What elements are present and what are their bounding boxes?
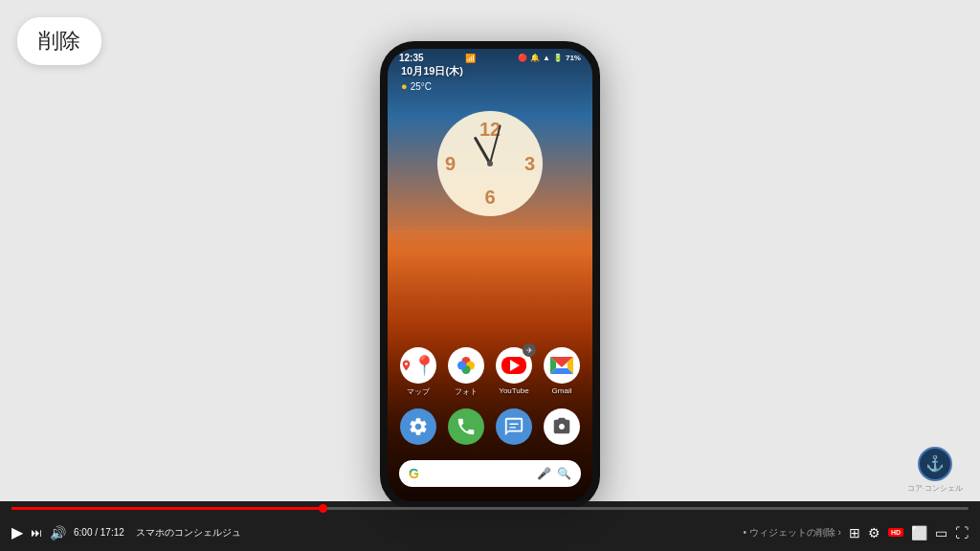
gmail-icon — [544, 347, 580, 384]
app-item-messages[interactable] — [496, 408, 532, 445]
volume-button[interactable]: 🔊 — [50, 525, 66, 540]
maps-label: マップ — [407, 386, 430, 397]
clock-9: 9 — [445, 153, 456, 175]
progress-bar[interactable] — [11, 507, 969, 510]
progress-dot — [319, 504, 327, 513]
fullscreen-icon[interactable]: ⛶ — [955, 525, 969, 540]
phone-icon — [448, 408, 484, 445]
petal-blue — [457, 362, 466, 370]
messages-icon — [496, 408, 532, 445]
app-item-maps[interactable]: マップ — [400, 347, 436, 397]
delete-badge: 削除 — [17, 17, 101, 65]
progress-fill — [11, 507, 327, 510]
miniplayer-icon[interactable]: ⬜ — [911, 525, 927, 540]
clock-6: 6 — [484, 187, 495, 209]
search-bar[interactable]: G 🎤 🔍 — [399, 460, 581, 487]
youtube-bg — [501, 357, 526, 374]
settings-icon — [400, 408, 436, 445]
notification-icon: 🔴 — [518, 54, 527, 62]
mute-icon: 🔔 — [530, 54, 540, 62]
youtube-icon: ✈ — [496, 347, 532, 384]
hd-badge: HD — [888, 528, 903, 537]
clock-3: 3 — [524, 153, 535, 175]
theater-icon[interactable]: ▭ — [935, 525, 947, 540]
clock-face: 12 3 6 9 — [437, 111, 543, 216]
clock-center — [487, 161, 493, 166]
clock-widget[interactable]: 12 3 6 9 — [437, 111, 543, 216]
status-signal-icon: 📶 — [465, 54, 476, 63]
temperature: 25°C — [411, 81, 432, 92]
maps-icon — [400, 347, 436, 384]
gmail-label: Gmail — [552, 386, 572, 395]
phone-frame: 12:35 📶 🔴 🔔 ▲ 🔋 71% 10月19日(木) ● 25°C 12 … — [380, 41, 600, 510]
photos-pinwheel — [456, 355, 477, 376]
google-g-icon: G — [409, 466, 419, 481]
photos-icon — [448, 347, 484, 384]
camera-icon — [544, 408, 580, 445]
subtitles-icon[interactable]: ⊞ — [849, 525, 860, 540]
mic-icon[interactable]: 🎤 — [537, 467, 551, 480]
status-time: 12:35 — [399, 53, 424, 63]
youtube-label: YouTube — [499, 386, 528, 395]
main-apps-row: マップ フォト — [400, 347, 580, 397]
phone-screen: 12:35 📶 🔴 🔔 ▲ 🔋 71% 10月19日(木) ● 25°C 12 … — [388, 49, 592, 502]
lens-icon[interactable]: 🔍 — [557, 467, 571, 480]
skip-button[interactable]: ⏭ — [31, 526, 42, 540]
battery-icon: 🔋 — [553, 54, 563, 62]
chapter-text: • ウィジェットの削除 › — [743, 526, 840, 540]
status-icons: 🔴 🔔 ▲ 🔋 71% — [518, 54, 581, 62]
dock-apps-row — [400, 408, 580, 445]
play-button[interactable]: ▶ — [11, 523, 23, 541]
app-item-photos[interactable]: フォト — [448, 347, 484, 397]
date-weather: 10月19日(木) ● 25°C — [401, 64, 463, 92]
youtube-play-triangle — [510, 360, 520, 371]
player-controls: ▶ ⏭ 🔊 6:00 / 17:12 スマホのコンシェルジュ • ウィジェットの… — [11, 514, 969, 551]
wifi-icon: ▲ — [543, 54, 550, 62]
app-item-youtube[interactable]: ✈ YouTube — [496, 347, 532, 397]
app-item-settings[interactable] — [400, 408, 436, 445]
sun-icon: ● — [401, 80, 408, 92]
app-item-camera[interactable] — [544, 408, 580, 445]
status-bar: 12:35 📶 🔴 🔔 ▲ 🔋 71% — [388, 49, 592, 67]
time-display: 6:00 / 17:12 — [74, 527, 124, 538]
app-item-phone[interactable] — [448, 408, 484, 445]
weather-text: ● 25°C — [401, 80, 463, 92]
watermark: ⚓ コア·コンシェル — [907, 447, 963, 494]
photos-label: フォト — [455, 386, 478, 397]
channel-name: スマホのコンシェルジュ — [136, 526, 734, 540]
right-controls: ⊞ ⚙ HD ⬜ ▭ ⛶ — [849, 525, 969, 540]
settings-icon-player[interactable]: ⚙ — [868, 525, 880, 540]
player-bar: ▶ ⏭ 🔊 6:00 / 17:12 スマホのコンシェルジュ • ウィジェットの… — [0, 501, 980, 551]
watermark-text: コア·コンシェル — [907, 484, 963, 494]
watermark-logo: ⚓ — [918, 447, 952, 481]
search-icons: 🎤 🔍 — [537, 467, 571, 480]
airplane-badge: ✈ — [523, 343, 536, 357]
battery-percent: 71% — [566, 54, 581, 62]
app-item-gmail[interactable]: Gmail — [544, 347, 580, 397]
